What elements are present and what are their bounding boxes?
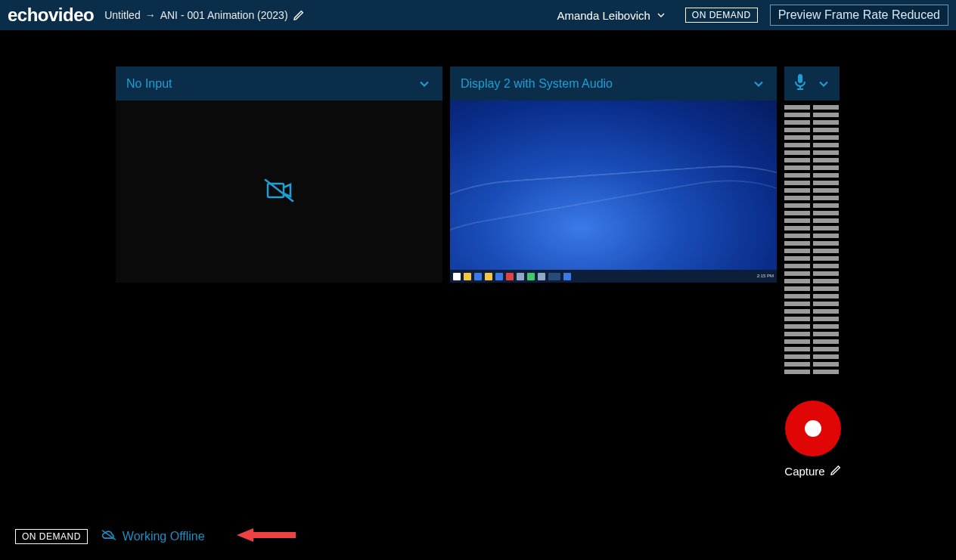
audio-column xyxy=(784,67,840,374)
pencil-icon[interactable] xyxy=(293,9,305,21)
preview-taskbar: 2:15 PM xyxy=(450,270,777,283)
audio-meter xyxy=(784,105,840,374)
pencil-icon[interactable] xyxy=(830,464,842,478)
main-area: No Input Display 2 with System Audio xyxy=(116,67,840,374)
cloud-off-icon xyxy=(101,529,116,544)
record-area: Capture xyxy=(784,401,843,478)
mic-header[interactable] xyxy=(784,67,840,101)
capture-label: Capture xyxy=(784,465,824,478)
footer-ondemand-badge: ON DEMAND xyxy=(15,529,88,544)
title-arrow: → xyxy=(145,9,156,21)
ondemand-badge: ON DEMAND xyxy=(685,8,758,23)
svg-rect-2 xyxy=(798,74,802,83)
recording-title[interactable]: Untitled → ANI - 001 Animation (2023) xyxy=(104,9,304,21)
title-from: Untitled xyxy=(104,9,140,21)
microphone-icon xyxy=(793,74,807,94)
framerate-notice[interactable]: Preview Frame Rate Reduced xyxy=(770,5,948,26)
source-panel-2: Display 2 with System Audio 2:15 PM xyxy=(450,67,777,283)
source-2-title: Display 2 with System Audio xyxy=(461,77,613,91)
user-name: Amanda Leibovich xyxy=(557,9,650,22)
svg-rect-0 xyxy=(268,184,284,197)
annotation-arrow-icon xyxy=(237,527,296,546)
source-1-preview xyxy=(116,101,442,283)
source-1-header[interactable]: No Input xyxy=(116,67,442,101)
chevron-down-icon[interactable] xyxy=(417,76,432,91)
source-panel-1: No Input xyxy=(116,67,442,283)
title-to: ANI - 001 Animation (2023) xyxy=(160,9,288,21)
no-camera-icon xyxy=(262,177,296,207)
capture-label-row[interactable]: Capture xyxy=(784,464,841,478)
source-2-header[interactable]: Display 2 with System Audio xyxy=(450,67,777,101)
preview-clock: 2:15 PM xyxy=(757,274,774,279)
footer: ON DEMAND Working Offline xyxy=(15,527,296,546)
svg-marker-6 xyxy=(237,528,296,542)
record-button[interactable] xyxy=(785,401,841,456)
source-1-title: No Input xyxy=(126,77,172,91)
offline-status[interactable]: Working Offline xyxy=(101,529,205,544)
offline-text: Working Offline xyxy=(123,530,205,543)
user-menu[interactable]: Amanda Leibovich xyxy=(557,9,666,22)
app-logo: echovideo xyxy=(8,5,94,26)
chevron-down-icon xyxy=(655,9,667,21)
chevron-down-icon[interactable] xyxy=(751,76,766,91)
record-dot-icon xyxy=(805,420,821,437)
top-bar: echovideo Untitled → ANI - 001 Animation… xyxy=(0,0,956,30)
chevron-down-icon[interactable] xyxy=(816,76,831,91)
source-2-preview: 2:15 PM xyxy=(450,101,777,283)
